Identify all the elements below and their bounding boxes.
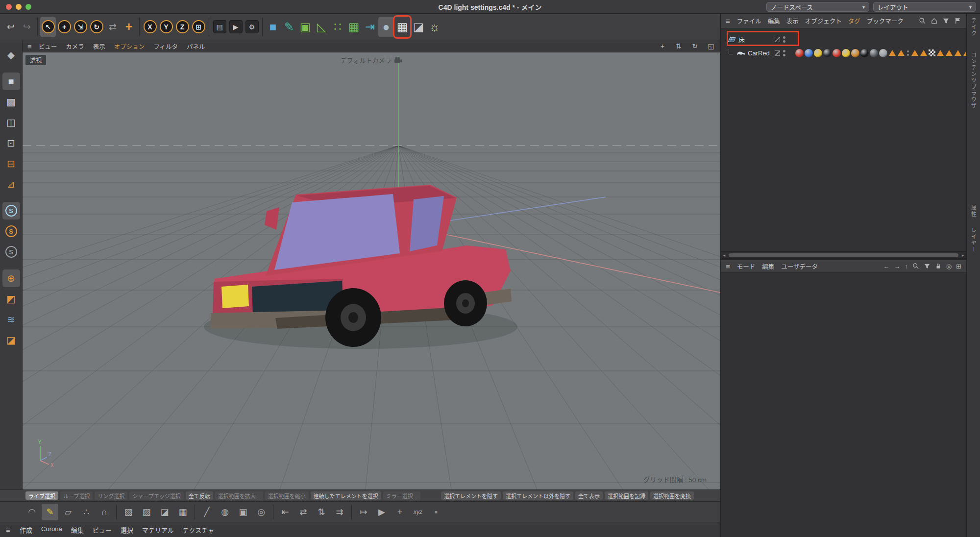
viewport-menu-icon[interactable]: ≡	[27, 42, 32, 50]
tweak-tool-icon[interactable]: ∴	[78, 504, 95, 520]
polygons-mode-icon[interactable]: ⊿	[2, 175, 20, 193]
material-tag[interactable]	[870, 49, 878, 57]
object-row-floor[interactable]: 床	[721, 32, 966, 46]
undo-icon[interactable]: ↩	[3, 17, 19, 37]
rotate-tool[interactable]: ↻	[89, 17, 104, 37]
material-tag[interactable]	[814, 49, 822, 57]
bottom-menu-選択[interactable]: 選択	[121, 525, 133, 535]
subdivision-surface-menu[interactable]: ▣	[297, 17, 313, 37]
om-menu-タグ[interactable]: タグ	[848, 16, 860, 25]
bevel-tool-icon[interactable]: ◪	[156, 504, 173, 520]
viewport-menu-オプション[interactable]: オプション	[114, 42, 145, 51]
selection-button[interactable]: リング選択	[95, 491, 127, 500]
deformers-menu[interactable]: ∷	[330, 17, 345, 37]
align-left-icon[interactable]: ⇤	[277, 504, 294, 520]
move-tool[interactable]: +	[56, 17, 72, 37]
viewport-canvas[interactable]: 透視 デフォルトカメラ グリッド間隔 : 50 cm	[23, 52, 720, 489]
enable-toggle-icon[interactable]	[775, 37, 780, 42]
bookmark-flag-icon[interactable]	[954, 17, 961, 24]
selection-button[interactable]: 選択範囲を縮小	[265, 491, 309, 500]
orbit-view-icon[interactable]: ↻	[690, 42, 699, 50]
smooth-shift-tool-icon[interactable]: ◍	[217, 504, 233, 520]
sketch-tool-icon[interactable]: ▱	[60, 504, 76, 520]
dock-tab-コンテンツブラウザ[interactable]: コンテンツブラウザ	[970, 52, 978, 109]
last-used-tool[interactable]: ⇄	[105, 17, 121, 37]
object-row-carred[interactable]: CarRed	[721, 46, 966, 60]
selection-button[interactable]: 選択範囲を拡大...	[215, 491, 263, 500]
viewport-menu-ビュー[interactable]: ビュー	[39, 42, 57, 51]
dock-tab-レイヤー[interactable]: レイヤー	[970, 227, 978, 253]
snap-enable-icon[interactable]: S	[2, 202, 20, 220]
selection-button[interactable]: 全て反転	[186, 491, 213, 500]
model-mode-icon[interactable]: ◆	[2, 46, 20, 64]
history-back-icon[interactable]: ←	[883, 263, 889, 269]
om-menu-ブックマーク[interactable]: ブックマーク	[867, 16, 904, 25]
material-tag[interactable]	[795, 49, 804, 57]
extrude-tool-icon[interactable]: ▧	[120, 504, 137, 520]
swap-icon[interactable]: ⇄	[295, 504, 312, 520]
object-manager-scrollbar[interactable]: ◂ ▸	[721, 251, 966, 258]
workplane-lock-icon[interactable]: ◪	[2, 331, 20, 349]
lock-z-axis[interactable]: Z	[174, 17, 190, 37]
selection-button[interactable]: 選択エレメント以外を隠す	[503, 491, 573, 500]
om-menu-編集[interactable]: 編集	[768, 16, 780, 25]
om-menu-オブジェクト[interactable]: オブジェクト	[805, 16, 842, 25]
am-menu-編集[interactable]: 編集	[762, 262, 774, 271]
viewport-menu-パネル[interactable]: パネル	[187, 42, 205, 51]
target-icon[interactable]: ◎	[946, 263, 952, 269]
axis-mode-icon[interactable]: ⊕	[2, 269, 20, 287]
tag-triangle[interactable]	[898, 50, 905, 56]
selection-button[interactable]: ミラー選択...	[383, 491, 420, 500]
om-menu-表示[interactable]: 表示	[786, 16, 799, 25]
dock-tab-属性[interactable]: 属性	[970, 205, 978, 218]
home-icon[interactable]	[931, 17, 938, 24]
light-menu[interactable]: ☼	[427, 17, 442, 37]
add-panel-icon[interactable]: ⊞	[956, 263, 961, 269]
texture-tag[interactable]	[929, 49, 935, 56]
scroll-left-icon[interactable]: ◂	[721, 253, 728, 258]
om-menu-ファイル[interactable]: ファイル	[737, 16, 761, 25]
bottom-menu-ビュー[interactable]: ビュー	[93, 525, 112, 535]
tag-triangle[interactable]	[911, 50, 918, 56]
simulation-menu[interactable]: ●	[378, 17, 394, 37]
bottom-menu-作成[interactable]: 作成	[20, 525, 32, 535]
material-tag[interactable]	[879, 49, 887, 57]
close-button[interactable]	[6, 4, 12, 10]
magnet-tool-icon[interactable]: ∩	[96, 504, 113, 520]
matrix-extrude-tool-icon[interactable]: ▦	[174, 504, 191, 520]
object-mode-icon[interactable]: ■	[2, 73, 20, 90]
bottom-menu-テクスチャ[interactable]: テクスチャ	[183, 525, 214, 535]
texture-mode-icon[interactable]: ▩	[2, 93, 20, 111]
volumes-menu[interactable]: ▦	[346, 17, 362, 37]
visibility-dots-icon[interactable]	[783, 50, 785, 56]
history-forward-icon[interactable]: →	[894, 263, 900, 269]
step-end-icon[interactable]: ▶	[373, 504, 390, 520]
viewport-menu-フィルタ[interactable]: フィルタ	[153, 42, 178, 51]
nodespace-dropdown[interactable]: ノードスペース ▾	[766, 2, 869, 12]
knife-tool-icon[interactable]: ╱	[198, 504, 215, 520]
tag-triangle[interactable]	[955, 50, 961, 56]
cube-tool-icon[interactable]: ▪	[428, 504, 444, 520]
live-selection-tool[interactable]: ↖	[40, 17, 56, 37]
render-settings-button[interactable]: ⚙	[244, 17, 260, 37]
primitive-cube-menu[interactable]: ■	[265, 17, 281, 37]
dock-tab-テイク[interactable]: テイク	[970, 18, 978, 37]
toggle-layout-icon[interactable]: ◱	[707, 42, 715, 50]
add-tool-icon[interactable]: +	[121, 17, 137, 37]
enable-toggle-icon[interactable]	[775, 50, 780, 56]
fields-menu[interactable]: ⇥	[362, 17, 378, 37]
scroll-right-icon[interactable]: ▸	[959, 253, 966, 258]
bottom-menu-icon[interactable]: ≡	[6, 526, 10, 534]
material-tag[interactable]	[833, 49, 841, 57]
render-view-button[interactable]: ▤	[212, 17, 227, 37]
filter-icon[interactable]	[924, 263, 931, 269]
generators-menu[interactable]: ◺	[314, 17, 329, 37]
quantize-icon[interactable]: S	[2, 243, 20, 261]
object-manager-menu-icon[interactable]: ≡	[726, 17, 730, 25]
tag-triangle[interactable]	[946, 50, 953, 56]
filter-icon[interactable]	[942, 17, 950, 24]
lock-y-axis[interactable]: Y	[158, 17, 174, 37]
minimize-button[interactable]	[16, 4, 22, 10]
add-move-icon[interactable]: +	[392, 504, 408, 520]
planes-icon[interactable]: ≋	[2, 311, 20, 328]
